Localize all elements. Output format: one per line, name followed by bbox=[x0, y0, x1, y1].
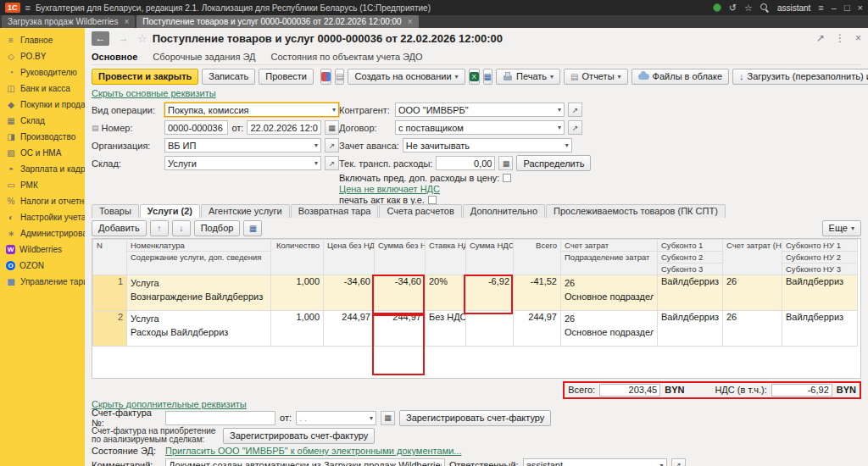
transport-costs-input[interactable]: 0,00 bbox=[436, 156, 495, 170]
cell-qty[interactable]: 1,000 bbox=[271, 311, 324, 347]
ed-invite-link[interactable]: Пригласить ООО "ИМВБРБ" к обмену электро… bbox=[165, 446, 462, 456]
sidebar-item-salary-hr[interactable]: ◓Зарплата и кадры bbox=[0, 161, 85, 177]
chevron-down-icon[interactable]: ▾ bbox=[565, 141, 569, 149]
tab-main[interactable]: Основное bbox=[92, 52, 137, 62]
cell-sum[interactable]: 244,97 bbox=[375, 311, 426, 347]
history-icon[interactable]: ↺ bbox=[729, 0, 737, 15]
distribute-button[interactable]: Распределить bbox=[516, 155, 591, 171]
cell-cost-account[interactable]: 26Основное подразделение bbox=[561, 311, 658, 347]
print-act-checkbox[interactable] bbox=[428, 196, 437, 204]
favorites-icon[interactable]: ☆ bbox=[744, 0, 753, 15]
close-tab-icon[interactable]: × bbox=[408, 17, 413, 26]
responsible-combo[interactable]: assistant▾ bbox=[523, 458, 667, 466]
open-contract-icon[interactable]: ↗ bbox=[568, 120, 582, 135]
open-organization-icon[interactable]: ↗ bbox=[325, 138, 339, 153]
minimize-button[interactable]: – bbox=[832, 0, 837, 15]
cell-vat-rate[interactable]: Без НДС bbox=[426, 311, 466, 347]
sidebar-item-bank-cash[interactable]: ◫Банк и касса bbox=[0, 80, 85, 97]
invoice-date-input[interactable]: . .▾ bbox=[296, 411, 376, 425]
table-settings-button[interactable]: ▦ bbox=[243, 220, 262, 236]
advance-offset-combo[interactable]: Не зачитывать▾ bbox=[403, 138, 572, 153]
warehouse-combo[interactable]: Услуги▾ bbox=[164, 156, 321, 170]
cell-nomenclature[interactable]: УслугаРасходы Вайлдберриз bbox=[127, 311, 271, 347]
invoice-number-input[interactable] bbox=[165, 411, 275, 425]
price-vat-link[interactable]: Цена не включает НДС bbox=[339, 184, 440, 194]
cell-cost-account[interactable]: 26Основное подразделение bbox=[561, 275, 658, 311]
cell-n[interactable]: 1 bbox=[93, 275, 127, 311]
number-input[interactable]: 0000-000036 bbox=[164, 120, 228, 135]
sidebar-item-fixed-assets[interactable]: ▧ОС и НМА bbox=[0, 145, 85, 161]
open-contractor-icon[interactable]: ↗ bbox=[568, 103, 582, 117]
cell-sum[interactable]: -34,60 bbox=[375, 275, 426, 311]
organization-combo[interactable]: ВБ ИП▾ bbox=[164, 138, 321, 153]
sidebar-item-tariff[interactable]: ▩Управление тарифом bbox=[0, 274, 85, 290]
search-icon[interactable] bbox=[760, 3, 770, 13]
register-invoice-purchase-button[interactable]: Зарегистрировать счет-фактуру bbox=[223, 428, 375, 444]
cell-subconto1[interactable]: Вайлдберриз bbox=[658, 275, 723, 311]
table-more-button[interactable]: Еще▾ bbox=[822, 220, 861, 236]
cell-cost-account-nu[interactable]: 26 bbox=[723, 275, 782, 311]
tab-services[interactable]: Услуги (2) bbox=[140, 204, 200, 218]
include-expenses-checkbox[interactable] bbox=[503, 174, 511, 182]
chevron-down-icon[interactable]: ▾ bbox=[558, 124, 561, 131]
cloud-files-button[interactable]: Файлы в облаке bbox=[632, 69, 729, 85]
cell-cost-account-nu[interactable]: 26 bbox=[723, 311, 782, 347]
sidebar-item-wildberries[interactable]: WWildberries bbox=[0, 241, 85, 258]
sidebar-item-purchases-sales[interactable]: ◆Покупки и продажи bbox=[0, 97, 85, 113]
chevron-down-icon[interactable]: ▾ bbox=[332, 106, 336, 114]
number-edit-icon[interactable]: ▤ bbox=[92, 124, 99, 132]
favorite-star-icon[interactable]: ☆ bbox=[137, 32, 147, 45]
forward-button[interactable]: → bbox=[114, 31, 132, 46]
cell-price[interactable]: -34,60 bbox=[324, 275, 375, 311]
calendar-icon[interactable]: ▦ bbox=[325, 120, 339, 135]
move-row-up-button[interactable]: ↑ bbox=[150, 220, 169, 236]
get-link-icon[interactable]: ↗ bbox=[816, 32, 825, 44]
add-row-button[interactable]: Добавить bbox=[92, 220, 147, 236]
tab-returnable-packaging[interactable]: Возвратная тара bbox=[291, 204, 379, 218]
cell-nomenclature[interactable]: УслугаВознаграждение Вайлдберриз bbox=[127, 275, 271, 311]
tab-edo-states[interactable]: Состояния по объектам учета ЭДО bbox=[270, 52, 422, 62]
cell-vat-sum[interactable]: -6,92 bbox=[466, 275, 514, 311]
calendar-icon[interactable]: ▦ bbox=[381, 411, 395, 425]
tab-additional[interactable]: Дополнительно bbox=[463, 204, 545, 218]
sidebar-item-warehouse[interactable]: ▦Склад bbox=[0, 113, 85, 129]
sidebar-item-production[interactable]: ◨Производство bbox=[0, 129, 85, 145]
calculator-icon[interactable]: ▦ bbox=[498, 156, 513, 170]
sidebar-item-taxes[interactable]: %Налоги и отчетность bbox=[0, 193, 85, 209]
table-import-button[interactable]: ▦ bbox=[483, 69, 492, 85]
contractor-combo[interactable]: ООО "ИМВБРБ"▾ bbox=[395, 103, 565, 117]
restore-button[interactable]: □ bbox=[844, 0, 850, 15]
cell-price[interactable]: 244,97 bbox=[324, 311, 375, 347]
chevron-down-icon[interactable]: ▾ bbox=[370, 414, 373, 422]
create-based-on-button[interactable]: Создать на основании▾ bbox=[348, 69, 465, 85]
table-row[interactable]: 2 УслугаРасходы Вайлдберриз 1,000 244,97… bbox=[93, 311, 858, 347]
sidebar-item-accounting-settings[interactable]: ◐Настройки учета bbox=[0, 209, 85, 225]
chevron-down-icon[interactable]: ▾ bbox=[314, 141, 318, 149]
cell-subconto1[interactable]: Вайлдберриз bbox=[658, 311, 723, 347]
chevron-down-icon[interactable]: ▾ bbox=[660, 462, 664, 466]
table-row[interactable]: 1 УслугаВознаграждение Вайлдберриз 1,000… bbox=[93, 275, 858, 311]
post-and-close-button[interactable]: Провести и закрыть bbox=[92, 69, 198, 85]
cell-subconto-nu1[interactable]: Вайлдберриз bbox=[782, 275, 858, 311]
cell-vat-rate[interactable]: 20% bbox=[426, 275, 466, 311]
chevron-down-icon[interactable]: ▾ bbox=[558, 106, 561, 114]
posting-results-button[interactable] bbox=[320, 69, 331, 85]
tab-agency-services[interactable]: Агентские услуги bbox=[201, 204, 290, 218]
cell-subconto-nu1[interactable]: Вайлдберриз bbox=[782, 311, 858, 347]
current-user[interactable]: assistant bbox=[777, 3, 810, 13]
tab-goods[interactable]: Товары bbox=[92, 204, 139, 218]
write-button[interactable]: Записать bbox=[202, 69, 255, 85]
cell-n[interactable]: 2 bbox=[93, 311, 127, 347]
window-tab-goods-receipt[interactable]: Поступление товаров и услуг 0000-000036 … bbox=[136, 15, 418, 28]
cell-total[interactable]: -41,52 bbox=[514, 275, 561, 311]
comment-input[interactable]: Документ создан автоматически из Загрузк… bbox=[165, 458, 445, 466]
close-form-icon[interactable]: × bbox=[855, 32, 861, 44]
open-responsible-icon[interactable]: ↗ bbox=[671, 458, 686, 466]
cell-vat-sum[interactable] bbox=[466, 311, 514, 347]
sidebar-item-main[interactable]: ≡Главное bbox=[0, 32, 85, 48]
service-menu-icon[interactable]: ≡ bbox=[818, 0, 823, 15]
print-button[interactable]: Печать▾ bbox=[496, 69, 560, 85]
hide-main-requisites-link[interactable]: Скрыть основные реквизиты bbox=[92, 88, 216, 98]
date-input[interactable]: 22.02.2026 12:00:00 bbox=[247, 120, 321, 135]
contract-combo[interactable]: с поставщиком▾ bbox=[395, 120, 565, 135]
